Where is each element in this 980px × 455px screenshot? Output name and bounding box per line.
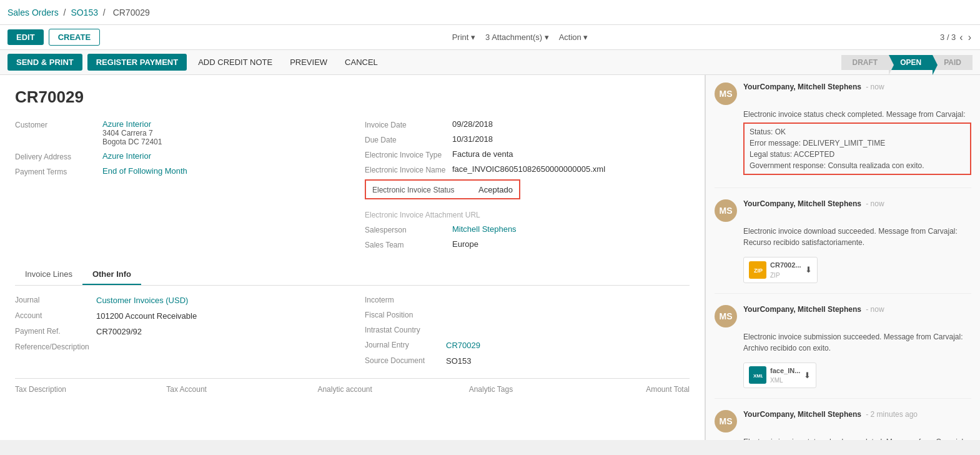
ei-attachment-label: Electronic Invoice Attachment URL (365, 209, 480, 219)
other-info-section: Journal Customer Invoices (USD) Account … (15, 296, 690, 372)
ei-type-row: Electronic Invoice Type Factura de venta (365, 149, 690, 159)
form-col-right: Invoice Date 09/28/2018 Due Date 10/31/2… (365, 119, 690, 254)
ei-status-value: Aceptado (478, 185, 513, 194)
send-print-button[interactable]: SEND & PRINT (7, 54, 82, 71)
avatar-3: MS (715, 305, 737, 328)
other-info-col-right: Incoterm Fiscal Position Intrastat Count… (365, 296, 690, 372)
chat-message-3: MS YourCompany, Mitchell Stephens - now … (715, 305, 971, 399)
edit-button[interactable]: EDIT (7, 29, 44, 45)
intrastat-row: Intrastat Country (365, 326, 690, 334)
status-steps: DRAFT OPEN PAID (841, 55, 973, 70)
status-paid: PAID (933, 55, 973, 70)
chat-body-2: Electronic invoice download succeeded. M… (743, 226, 971, 283)
avatar-4: MS (715, 410, 737, 432)
action-bar: SEND & PRINT REGISTER PAYMENT ADD CREDIT… (0, 50, 980, 75)
journal-row: Journal Customer Invoices (USD) (15, 296, 340, 305)
chat-message-4: MS YourCompany, Mitchell Stephens - 2 mi… (715, 410, 971, 440)
ei-name-label: Electronic Invoice Name (365, 164, 452, 174)
payment-terms-value[interactable]: End of Following Month (102, 166, 187, 176)
chat-time-1: - now (866, 82, 884, 91)
payment-terms-row: Payment Terms End of Following Month (15, 166, 340, 176)
breadcrumb-sep1: / (64, 8, 66, 18)
breadcrumb-sep2: / (103, 8, 106, 18)
form-grid: Customer Azure Interior 3404 Carrera 7 B… (15, 119, 690, 254)
journal-value[interactable]: Customer Invoices (USD) (96, 296, 188, 305)
breadcrumb-so153[interactable]: SO153 (71, 8, 98, 18)
breadcrumb-sales-orders[interactable]: Sales Orders (7, 8, 59, 18)
salesperson-value[interactable]: Mitchell Stephens (452, 224, 517, 234)
chat-body-1: Electronic invoice status check complete… (743, 109, 971, 175)
download-xml-button[interactable]: ⬇ (804, 369, 811, 382)
prev-record-button[interactable]: ‹ (958, 32, 964, 43)
col-tax-description: Tax Description (15, 385, 154, 394)
account-label: Account (15, 311, 96, 321)
avatar-2: MS (715, 199, 737, 222)
svg-text:XML: XML (753, 373, 763, 379)
breadcrumb-current: CR70029 (113, 8, 150, 18)
chat-meta-1: YourCompany, Mitchell Stephens - now (743, 82, 884, 91)
salesperson-label: Salesperson (365, 224, 452, 234)
col-amount-total: Amount Total (620, 385, 690, 394)
attachment-zip-label: CR7002... ZIP (770, 260, 801, 280)
chat-time-4: - 2 minutes ago (866, 410, 918, 419)
document-title: CR70029 (15, 88, 690, 107)
ei-name-row: Electronic Invoice Name face_INVOIC86051… (365, 164, 690, 174)
add-credit-note-button[interactable]: ADD CREDIT NOTE (192, 54, 279, 71)
tax-table-header: Tax Description Tax Account Analytic acc… (15, 378, 690, 394)
tab-other-info[interactable]: Other Info (82, 264, 141, 285)
col-analytic-tags: Analytic Tags (469, 385, 608, 394)
invoice-date-label: Invoice Date (365, 119, 452, 129)
reference-row: Reference/Description (15, 342, 340, 351)
tab-invoice-lines[interactable]: Invoice Lines (15, 264, 82, 285)
delivery-row: Delivery Address Azure Interior (15, 151, 340, 161)
salesperson-row: Salesperson Mitchell Stephens (365, 224, 690, 234)
chat-author-2: YourCompany, Mitchell Stephens (743, 199, 861, 208)
payment-terms-label: Payment Terms (15, 166, 102, 176)
ei-type-label: Electronic Invoice Type (365, 149, 452, 159)
customer-row: Customer Azure Interior 3404 Carrera 7 B… (15, 119, 340, 146)
zip-icon: ZIP (749, 261, 766, 279)
download-zip-button[interactable]: ⬇ (805, 264, 812, 276)
register-payment-button[interactable]: REGISTER PAYMENT (87, 54, 187, 71)
xml-icon: XML (749, 366, 766, 384)
top-bar: Sales Orders / SO153 / CR70029 (0, 0, 980, 25)
print-dropdown[interactable]: Print ▾ (452, 32, 475, 42)
journal-entry-value[interactable]: CR70029 (446, 341, 480, 350)
create-button[interactable]: CREATE (49, 29, 100, 46)
status-open: OPEN (889, 55, 933, 70)
main-toolbar: EDIT CREATE Print ▾ 3 Attachment(s) ▾ Ac… (0, 25, 980, 50)
attachments-dropdown[interactable]: 3 Attachment(s) ▾ (485, 32, 549, 42)
chat-header-2: MS YourCompany, Mitchell Stephens - now (715, 199, 971, 222)
ei-status-label: Electronic Invoice Status (372, 184, 460, 194)
fiscal-row: Fiscal Position (365, 311, 690, 319)
account-value: 101200 Account Receivable (96, 311, 197, 321)
cancel-button[interactable]: CANCEL (339, 54, 384, 71)
customer-address2: Bogota DC 72401 (102, 138, 162, 146)
delivery-value[interactable]: Azure Interior (102, 151, 151, 161)
delivery-label: Delivery Address (15, 151, 102, 161)
action-dropdown[interactable]: Action ▾ (559, 32, 588, 42)
reference-label: Reference/Description (15, 342, 96, 351)
chat-meta-3: YourCompany, Mitchell Stephens - now (743, 305, 884, 314)
ei-type-value: Factura de venta (452, 149, 513, 159)
other-info-col-left: Journal Customer Invoices (USD) Account … (15, 296, 340, 372)
attachment-zip[interactable]: ZIP CR7002... ZIP ⬇ (743, 257, 818, 283)
due-date-label: Due Date (365, 134, 452, 144)
col-analytic-account: Analytic account (317, 385, 456, 394)
due-date-value: 10/31/2018 (452, 134, 493, 144)
chat-status-box-1: Status: OK Error message: DELIVERY_LIMIT… (743, 122, 971, 175)
journal-entry-row: Journal Entry CR70029 (365, 341, 690, 350)
payment-ref-row: Payment Ref. CR70029/92 (15, 327, 340, 336)
preview-button[interactable]: PREVIEW (284, 54, 334, 71)
ei-name-value: face_INVOIC86051082650000000005.xml (452, 164, 605, 174)
chat-author-3: YourCompany, Mitchell Stephens (743, 305, 861, 314)
invoice-date-row: Invoice Date 09/28/2018 (365, 119, 690, 129)
next-record-button[interactable]: › (967, 32, 973, 43)
nav-count: 3 / 3 ‹ › (940, 32, 973, 43)
incoterm-label: Incoterm (365, 296, 446, 304)
due-date-row: Due Date 10/31/2018 (365, 134, 690, 144)
chat-time-3: - now (866, 305, 884, 314)
attachment-xml[interactable]: XML face_IN... XML ⬇ (743, 362, 816, 389)
chat-header-4: MS YourCompany, Mitchell Stephens - 2 mi… (715, 410, 971, 432)
customer-value[interactable]: Azure Interior (102, 119, 162, 129)
